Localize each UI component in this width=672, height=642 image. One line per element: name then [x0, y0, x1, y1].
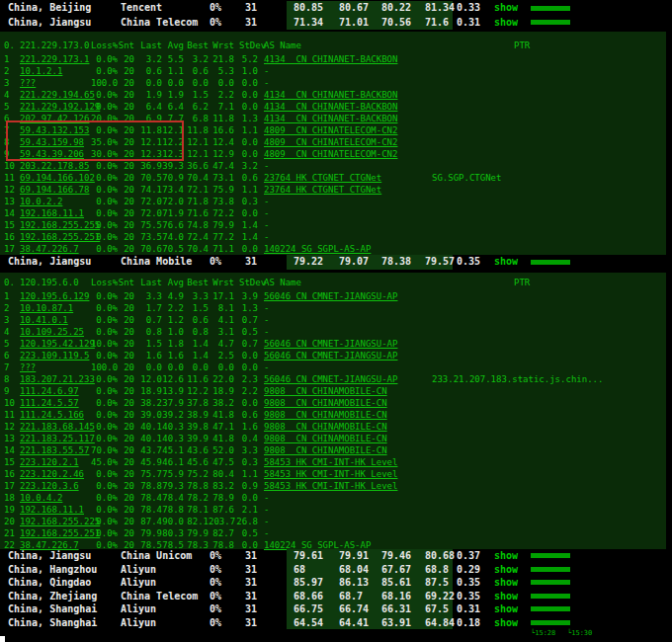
hop-ip-link[interactable]: 59.43.159.98 [20, 136, 91, 148]
hop-ip-link[interactable]: 221.183.55.57 [20, 444, 91, 456]
latency-value: 63.91 [381, 616, 425, 630]
trace-row: 17223.120.3.60.0%2078.879.378.883.20.958… [0, 480, 666, 492]
show-link[interactable]: show [494, 255, 518, 270]
summary-row: China, ZhejiangChina Telecom0%3168.6668.… [0, 590, 672, 603]
hop-ip-link[interactable]: 221.229.173.1 [20, 53, 91, 65]
as-name-link[interactable]: 58453 HK CMI-INT-HK Level [258, 468, 432, 480]
hop-ip-link[interactable]: ??? [20, 361, 91, 373]
hop-ip-link[interactable]: 111.24.6.97 [20, 385, 91, 397]
hop-ip-link[interactable]: 221.229.194.65 [20, 89, 91, 101]
avg-value: 78.8 [162, 504, 184, 516]
show-link[interactable]: show [494, 16, 518, 31]
latency-value: 67.67 [381, 563, 425, 577]
hop-ip-link[interactable]: 192.168.255.255 [20, 219, 91, 231]
hop-ip-link[interactable]: 10.1.2.1 [20, 65, 91, 77]
ptr-value [432, 326, 666, 338]
time-label-end: 15:30 [571, 629, 592, 637]
as-name-link[interactable]: 58453 HK CMI-INT-HK Level [258, 456, 432, 468]
wrst-value: 4.7 [209, 338, 234, 350]
hop-ip-link[interactable]: 223.120.2.46 [20, 468, 91, 480]
hop-ip-link[interactable]: 69.194.166.102 [20, 172, 91, 184]
hop-ip-link[interactable]: 69.194.166.78 [20, 184, 91, 196]
hop-ip-link[interactable]: 192.168.255.251 [20, 231, 91, 243]
hop-ip-link[interactable]: 192.168.11.1 [20, 207, 91, 219]
as-name-link[interactable]: 9808 CN CHINAMOBILE-CN [258, 421, 432, 433]
show-link[interactable]: show [494, 1, 518, 16]
as-name-link[interactable]: 56046 CN CMNET-JIANGSU-AP [258, 350, 432, 361]
hop-ip-link[interactable]: 120.195.6.129 [20, 290, 91, 302]
as-name-link[interactable]: 23764 HK CTGNET CTGNet [258, 184, 432, 196]
hop-ip-link[interactable]: 10.41.0.1 [20, 314, 91, 326]
trace-row: 1221.229.173.10.0%203.25.53.221.85.24134… [0, 53, 666, 65]
as-name-link[interactable]: 56046 CN CMNET-JIANGSU-AP [258, 290, 432, 302]
show-link[interactable]: show [494, 616, 518, 630]
hop-ip-link[interactable]: 192.168.11.1 [20, 504, 91, 516]
as-name-link[interactable]: 4134 CN CHINANET-BACKBON [258, 101, 432, 113]
hop-ip-link[interactable]: ??? [20, 77, 91, 89]
wrst-value: 72.2 [209, 207, 234, 219]
snt-value: 20 [118, 219, 134, 231]
hop-ip-link[interactable]: 223.109.119.5 [20, 350, 91, 361]
as-name-link[interactable]: 4134 CN CHINANET-BACKBON [258, 113, 432, 124]
hop-ip-link[interactable]: 183.207.21.233 [20, 373, 91, 385]
show-link[interactable]: show [494, 576, 518, 590]
as-name-link[interactable]: 56046 CN CMNET-JIANGSU-AP [258, 338, 432, 350]
as-name-link: - [258, 65, 432, 77]
loss-value: 0.0% [91, 219, 118, 231]
as-name-link[interactable]: 9808 CN CHINAMOBILE-CN [258, 397, 432, 409]
stdev-value: 1.6 [234, 421, 258, 433]
hop-ip-link[interactable]: 192.168.255.225 [20, 516, 91, 527]
loss-value: 0.0% [91, 468, 118, 480]
best-value: 0.0 [184, 77, 209, 89]
hop-ip-link[interactable]: 10.109.25.25 [20, 326, 91, 338]
hop-ip-link[interactable]: 59.43.132.153 [20, 124, 91, 136]
hop-ip-link[interactable]: 221.183.25.117 [20, 433, 91, 444]
hop-number: 12 [4, 421, 20, 433]
show-link[interactable]: show [494, 549, 518, 563]
as-name-link[interactable]: 4134 CN CHINANET-BACKBON [258, 89, 432, 101]
last-value: 12.3 [134, 148, 162, 160]
hop-ip-link[interactable]: 10.0.2.2 [20, 196, 91, 207]
hop-number: 1 [4, 53, 20, 65]
hop-ip-link[interactable]: 203.22.178.85 [20, 160, 91, 172]
ptr-value [432, 516, 666, 527]
as-name-link[interactable]: 58453 HK CMI-INT-HK Level [258, 480, 432, 492]
as-name-link: - [258, 219, 432, 231]
hop-ip-link[interactable]: 111.24.5.166 [20, 409, 91, 421]
as-name-link[interactable]: 4809 CN CHINATELECOM-CN2 [258, 136, 432, 148]
as-name-link[interactable]: 4809 CN CHINATELECOM-CN2 [258, 124, 432, 136]
as-name-link[interactable]: 9808 CN CHINAMOBILE-CN [258, 409, 432, 421]
hop-ip-link[interactable]: 111.24.5.57 [20, 397, 91, 409]
hop-number: 17 [4, 243, 20, 255]
hop-ip-link[interactable]: 120.195.42.129 [20, 338, 91, 350]
hop-ip-link[interactable]: 223.120.2.1 [20, 456, 91, 468]
hop-ip-link[interactable]: 192.168.255.251 [20, 527, 91, 539]
as-name-link[interactable]: 4134 CN CHINANET-BACKBON [258, 53, 432, 65]
stdev-value: 1.3 [234, 302, 258, 314]
trace-row: 1810.0.4.20.0%2078.478.478.278.90.0- [0, 492, 666, 504]
as-name-link[interactable]: 23764 HK CTGNET CTGNet [258, 172, 432, 184]
show-link[interactable]: show [494, 563, 518, 577]
hop-ip-link[interactable]: 59.43.39.206 [20, 148, 91, 160]
trace-header-row: 0.221.229.173.0Loss%SntLastAvgBestWrstSt… [0, 40, 666, 51]
hop-ip-link[interactable]: 223.120.3.6 [20, 480, 91, 492]
hop-ip-link[interactable]: 221.183.68.145 [20, 421, 91, 433]
as-name-link[interactable]: 9808 CN CHINAMOBILE-CN [258, 433, 432, 444]
show-link[interactable]: show [494, 590, 518, 603]
as-name-link[interactable]: 4809 CN CHINATELECOM-CN2 [258, 148, 432, 160]
hop-ip-link[interactable]: 38.47.226.7 [20, 243, 91, 255]
hop-ip-link[interactable]: 221.229.192.129 [20, 101, 91, 113]
show-link[interactable]: show [494, 602, 518, 616]
hop-ip-link[interactable]: 10.0.4.2 [20, 492, 91, 504]
ptr-value [432, 53, 666, 65]
as-name-link[interactable]: 140224 SG SGPL-AS-AP [258, 243, 432, 255]
as-name-link[interactable]: 9808 CN CHINAMOBILE-CN [258, 385, 432, 397]
best-value: 11.8 [184, 124, 209, 136]
last-value: 72.0 [134, 196, 162, 207]
hop-ip-link[interactable]: 10.10.87.1 [20, 302, 91, 314]
hop-ip-link[interactable]: 202.97.42.126 [20, 113, 91, 124]
ptr-value [432, 184, 666, 196]
hop-number: 9 [4, 148, 20, 160]
as-name-link[interactable]: 9808 CN CHINAMOBILE-CN [258, 444, 432, 456]
as-name-link[interactable]: 56046 CN CMNET-JIANGSU-AP [258, 373, 432, 385]
